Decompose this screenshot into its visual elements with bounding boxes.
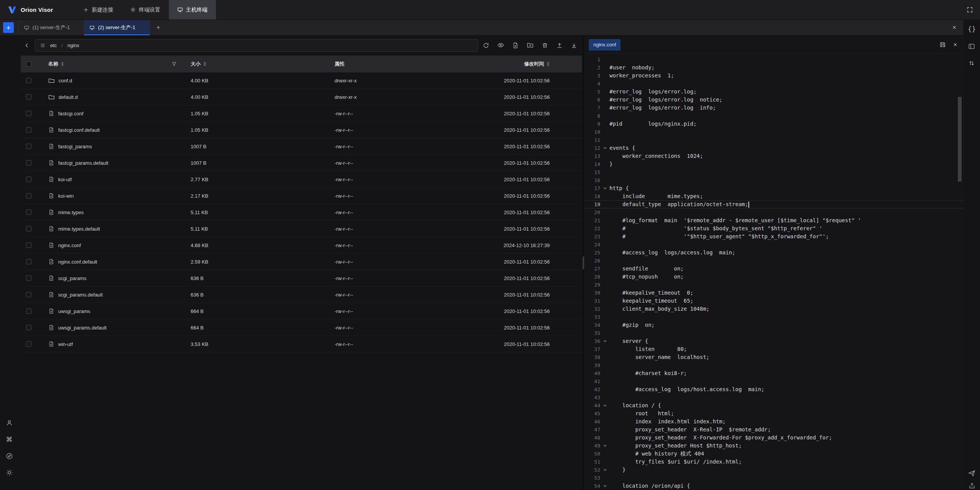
code-line-51[interactable]: 51 try_files $uri $uri/ /index.html;	[584, 458, 963, 466]
row-checkbox[interactable]	[26, 243, 31, 248]
file-row[interactable]: uwsgi_params.default664 B-rw-r--r--2020-…	[21, 320, 582, 336]
fold-chevron-icon[interactable]	[600, 146, 609, 150]
show-hidden-button[interactable]	[497, 42, 504, 49]
file-name-cell[interactable]: nginx.conf	[37, 242, 187, 248]
add-tab-button[interactable]: +	[156, 23, 160, 32]
file-name[interactable]: fastcgi.conf.default	[58, 127, 100, 133]
column-header-size[interactable]: 大小	[187, 61, 331, 67]
file-row[interactable]: default.d4.00 KBdrwxr-xr-x2020-11-01 10:…	[21, 89, 582, 105]
file-name[interactable]: koi-utf	[58, 177, 72, 182]
code-line-32[interactable]: 32 client_max_body_size 1048m;	[584, 305, 963, 313]
upload-button[interactable]	[556, 42, 563, 49]
fold-chevron-icon[interactable]	[600, 339, 609, 343]
nav-item-terminal-settings[interactable]: 终端设置	[122, 0, 169, 20]
file-name[interactable]: scgi_params.default	[58, 292, 103, 298]
fold-chevron-icon[interactable]	[600, 468, 609, 472]
user-profile-button[interactable]	[6, 419, 13, 426]
save-file-button[interactable]	[939, 41, 946, 48]
shortcut-keys-button[interactable]: ⌘	[6, 436, 13, 443]
new-file-button[interactable]	[512, 42, 519, 49]
file-name-cell[interactable]: win-utf	[37, 341, 187, 347]
delete-button[interactable]	[542, 42, 548, 49]
transfer-list-button[interactable]	[968, 60, 975, 67]
code-line-29[interactable]: 29	[584, 281, 963, 289]
code-line-11[interactable]: 11	[584, 136, 963, 144]
code-line-31[interactable]: 31 keepalive_timeout 65;	[584, 297, 963, 305]
send-command-button[interactable]	[968, 470, 975, 477]
file-name-cell[interactable]: nginx.conf.default	[37, 259, 187, 265]
file-name[interactable]: win-utf	[58, 341, 73, 347]
code-line-54[interactable]: 54 location /orion/api {	[584, 482, 963, 490]
fullscreen-button[interactable]	[967, 7, 973, 13]
file-name-cell[interactable]: fastcgi.conf	[37, 110, 187, 116]
editor-scrollbar-thumb[interactable]	[958, 97, 962, 182]
code-line-22[interactable]: 22 # '$status $body_bytes_sent "$http_re…	[584, 225, 963, 233]
file-name[interactable]: koi-win	[58, 193, 74, 199]
code-line-16[interactable]: 16	[584, 176, 963, 184]
file-row[interactable]: uwsgi_params664 B-rw-r--r--2020-11-01 10…	[21, 303, 582, 320]
code-line-53[interactable]: 53	[584, 474, 963, 482]
editor-file-tab[interactable]: nginx.conf	[589, 39, 621, 51]
code-line-19[interactable]: 19 default_type application/octet-stream…	[584, 200, 963, 208]
code-line-3[interactable]: 3worker_processes 1;	[584, 72, 963, 80]
code-line-10[interactable]: 10	[584, 128, 963, 136]
code-line-34[interactable]: 34 #gzip on;	[584, 321, 963, 329]
download-button[interactable]	[571, 42, 577, 49]
file-name[interactable]: nginx.conf	[58, 243, 81, 248]
file-name[interactable]: scgi_params	[58, 275, 87, 281]
file-row[interactable]: koi-utf2.77 KB-rw-r--r--2020-11-01 10:02…	[21, 171, 582, 188]
code-line-52[interactable]: 52 }	[584, 466, 963, 474]
code-line-46[interactable]: 46 index index.html index.htm;	[584, 418, 963, 426]
code-line-15[interactable]: 15	[584, 168, 963, 176]
path-breadcrumb[interactable]: etc / nginx	[35, 39, 478, 52]
row-checkbox[interactable]	[26, 275, 31, 281]
code-line-13[interactable]: 13 worker_connections 1024;	[584, 152, 963, 160]
code-line-43[interactable]: 43	[584, 393, 963, 402]
code-line-36[interactable]: 36 server {	[584, 337, 963, 345]
row-checkbox[interactable]	[26, 226, 31, 231]
row-checkbox[interactable]	[26, 111, 31, 116]
code-line-33[interactable]: 33	[584, 313, 963, 321]
file-name-cell[interactable]: koi-utf	[37, 176, 187, 182]
file-name-cell[interactable]: conf.d	[37, 77, 187, 84]
row-checkbox[interactable]	[26, 292, 31, 297]
export-button[interactable]	[969, 482, 975, 489]
code-line-28[interactable]: 28 #tcp_nopush on;	[584, 273, 963, 281]
code-editor[interactable]: 12#user nobody;3worker_processes 1;45#er…	[584, 54, 963, 490]
code-line-23[interactable]: 23 # '"$http_user_agent" "$http_x_forwar…	[584, 233, 963, 241]
fold-chevron-icon[interactable]	[600, 484, 609, 488]
file-name[interactable]: uwsgi_params.default	[58, 325, 106, 331]
settings-button[interactable]	[6, 469, 13, 476]
row-checkbox[interactable]	[26, 259, 31, 264]
select-all-checkbox[interactable]	[26, 61, 31, 67]
appearance-button[interactable]	[6, 452, 13, 460]
file-name-cell[interactable]: fastcgi_params.default	[37, 160, 187, 166]
fold-chevron-icon[interactable]	[600, 186, 609, 190]
row-checkbox[interactable]	[26, 78, 31, 83]
file-name-cell[interactable]: fastcgi.conf.default	[37, 127, 187, 133]
code-line-8[interactable]: 8	[584, 112, 963, 120]
code-line-24[interactable]: 24	[584, 241, 963, 249]
new-folder-button[interactable]	[527, 42, 534, 49]
fold-chevron-icon[interactable]	[600, 444, 609, 448]
row-checkbox[interactable]	[26, 341, 31, 347]
refresh-button[interactable]	[483, 42, 489, 49]
file-row[interactable]: koi-win2.17 KB-rw-r--r--2020-11-01 10:02…	[21, 188, 582, 204]
file-name-cell[interactable]: koi-win	[37, 193, 187, 199]
code-line-26[interactable]: 26	[584, 257, 963, 265]
file-name[interactable]: fastcgi.conf	[58, 111, 83, 116]
nav-item-new-connection[interactable]: 新建连接	[75, 0, 122, 20]
file-name-cell[interactable]: scgi_params.default	[37, 292, 187, 298]
file-row[interactable]: conf.d4.00 KBdrwxr-xr-x2020-11-01 10:02:…	[21, 72, 582, 89]
row-checkbox[interactable]	[26, 144, 31, 149]
file-name-cell[interactable]: uwsgi_params	[37, 308, 187, 314]
file-row[interactable]: fastcgi_params.default1007 B-rw-r--r--20…	[21, 155, 582, 171]
file-name[interactable]: default.d	[59, 94, 78, 100]
row-checkbox[interactable]	[26, 308, 31, 314]
code-line-41[interactable]: 41	[584, 377, 963, 385]
row-checkbox[interactable]	[26, 160, 31, 166]
file-name-cell[interactable]: mime.types	[37, 209, 187, 215]
file-row[interactable]: fastcgi.conf1.05 KB-rw-r--r--2020-11-01 …	[21, 105, 582, 122]
row-checkbox[interactable]	[26, 127, 31, 133]
code-line-5[interactable]: 5#error_log logs/error.log;	[584, 88, 963, 96]
